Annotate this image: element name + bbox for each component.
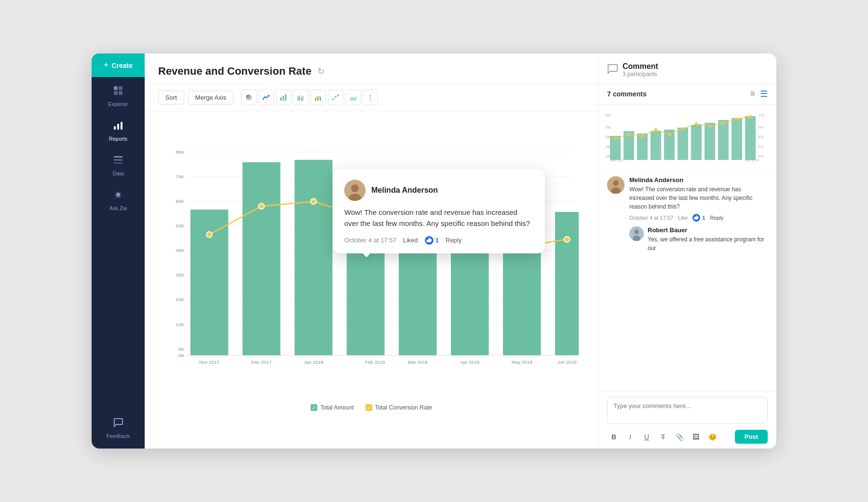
bold-button[interactable]: B (607, 430, 621, 444)
svg-point-109 (613, 180, 619, 186)
svg-point-54 (258, 203, 264, 209)
svg-rect-3 (119, 91, 122, 95)
svg-point-91 (695, 122, 698, 125)
panel-header-text: Comment 3 participants (623, 62, 768, 78)
sidebar-label-feedback: Feedback (107, 433, 130, 439)
legend-line-check: ✓ (366, 404, 372, 411)
reply-item: Robert Bauer Yes, we offered a free assi… (629, 226, 768, 252)
comment-avatar (607, 176, 624, 194)
popup-author: Melinda Anderson (371, 186, 438, 195)
sidebar-item-explorer[interactable]: Explorer (92, 77, 145, 112)
sidebar-item-feedback[interactable]: Feedback (92, 409, 145, 449)
panel-comments-bar: 7 comments ≡ ☰ (598, 84, 776, 105)
svg-point-70 (351, 185, 359, 192)
svg-point-90 (681, 127, 684, 130)
svg-text:50K: 50K (605, 135, 611, 139)
explorer-icon (112, 85, 124, 98)
svg-text:Jan 2018: Jan 2018 (304, 359, 324, 365)
comment-item: Melinda Anderson Wow! The conversion rat… (607, 176, 768, 252)
main-header: Revenue and Conversion Rate ↻ (145, 53, 598, 84)
svg-rect-16 (301, 97, 302, 101)
popup-reply[interactable]: Reply (446, 237, 461, 244)
svg-point-95 (749, 115, 752, 118)
grid-chart-icon[interactable] (328, 90, 343, 105)
sidebar-label-ask-zia: Ask Zia (109, 205, 127, 211)
italic-button[interactable]: I (624, 430, 637, 444)
svg-point-85 (614, 137, 617, 140)
svg-text:Mar 2018: Mar 2018 (408, 359, 428, 365)
svg-point-87 (641, 134, 644, 137)
sidebar-label-data: Data (112, 171, 123, 176)
legend-bar: ✓ Total Amount (311, 404, 353, 411)
merge-axis-button[interactable]: Merge Axis (188, 91, 233, 105)
svg-point-89 (668, 133, 671, 136)
svg-point-53 (206, 232, 212, 238)
image-button[interactable]: 🖼 (689, 430, 703, 444)
comments-list: Melinda Anderson Wow! The conversion rat… (598, 170, 776, 391)
svg-rect-20 (320, 97, 321, 101)
svg-rect-8 (114, 159, 122, 161)
legend-line-label: Total Conversion Rate (375, 404, 432, 411)
sidebar-label-explorer: Explorer (108, 101, 128, 107)
area-chart-icon[interactable] (345, 90, 361, 105)
pie-chart-icon[interactable] (241, 90, 257, 105)
svg-rect-83 (732, 118, 742, 160)
reply-text: Yes, we offered a free assistance progra… (648, 235, 768, 252)
strikethrough-button[interactable]: T (656, 430, 670, 444)
comment-body: Melinda Anderson Wow! The conversion rat… (629, 176, 768, 252)
create-button[interactable]: + Create (92, 53, 145, 77)
chart-legend: ✓ Total Amount ✓ Total Conversion Rate (158, 404, 584, 415)
svg-point-93 (722, 121, 725, 124)
comment-reply-button[interactable]: Reply (710, 215, 723, 221)
feedback-icon (112, 417, 124, 430)
comment-input[interactable] (607, 397, 768, 424)
panel-title: Comment (623, 62, 768, 71)
chart-type-icons: ⋮ (241, 90, 378, 105)
ask-zia-icon (112, 189, 124, 202)
svg-text:Apr 2018: Apr 2018 (460, 359, 479, 365)
svg-rect-18 (315, 98, 316, 101)
svg-rect-15 (299, 95, 300, 101)
svg-rect-0 (114, 86, 118, 90)
comment-like-count-btn[interactable]: 1 (692, 214, 705, 222)
svg-rect-12 (283, 96, 284, 101)
svg-rect-77 (651, 131, 661, 160)
svg-point-92 (708, 125, 711, 128)
sidebar-item-data[interactable]: Data (92, 146, 145, 181)
svg-text:Feb 2018: Feb 2018 (365, 359, 385, 365)
bar-chart-icon[interactable] (276, 90, 291, 105)
underline-button[interactable]: U (640, 430, 653, 444)
comments-sort-icon[interactable]: ☰ (760, 89, 768, 99)
comment-input-area: B I U T 📎 🖼 😊 Post (598, 391, 776, 449)
popup-like-button[interactable]: 1 (425, 236, 439, 245)
svg-rect-46 (243, 162, 281, 356)
sort-button[interactable]: Sort (158, 91, 184, 105)
svg-text:30K: 30K (605, 145, 611, 148)
sidebar-item-reports[interactable]: Reports (92, 112, 145, 146)
svg-rect-81 (705, 123, 715, 160)
popup-avatar (344, 180, 366, 201)
panel-header: Comment 3 participants (598, 53, 776, 84)
plus-icon: + (104, 60, 109, 70)
sidebar-label-reports: Reports (109, 136, 128, 142)
combo-chart-icon[interactable] (311, 90, 326, 105)
comments-filter-icon[interactable]: ≡ (750, 89, 755, 99)
svg-rect-14 (298, 96, 298, 101)
attachment-button[interactable]: 📎 (673, 430, 686, 444)
mini-chart: Nov 2017 Jun 2018 12% 9% 6% 3% 0% 90K 70… (598, 105, 776, 170)
post-button[interactable]: Post (735, 430, 768, 444)
more-options-button[interactable]: ⋮ (363, 90, 378, 105)
sidebar: + Create Explorer Reports Data Ask Zia (92, 53, 145, 449)
sidebar-item-ask-zia[interactable]: Ask Zia (92, 181, 145, 216)
refresh-icon[interactable]: ↻ (317, 66, 325, 77)
emoji-button[interactable]: 😊 (705, 430, 719, 444)
reply-body: Robert Bauer Yes, we offered a free assi… (648, 226, 768, 252)
comment-like-button[interactable]: Like (678, 215, 688, 221)
svg-rect-9 (114, 162, 122, 164)
svg-text:70K: 70K (605, 126, 611, 129)
grouped-bar-icon[interactable] (293, 90, 309, 105)
line-chart-icon[interactable] (258, 90, 274, 105)
comment-panel: Comment 3 participants 7 comments ≡ ☰ (598, 53, 776, 449)
svg-text:0%: 0% (759, 155, 763, 158)
popup-liked[interactable]: Liked (403, 237, 418, 244)
